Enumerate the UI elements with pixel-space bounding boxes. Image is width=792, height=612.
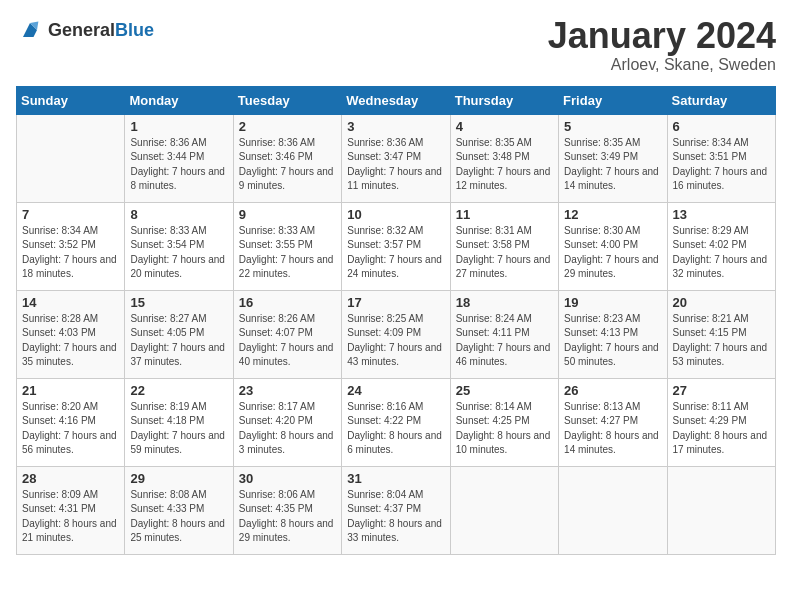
day-number: 21	[22, 383, 119, 398]
day-number: 11	[456, 207, 553, 222]
calendar-day-cell: 13Sunrise: 8:29 AMSunset: 4:02 PMDayligh…	[667, 202, 775, 290]
calendar-title: January 2024	[548, 16, 776, 56]
day-of-week-header: Wednesday	[342, 86, 450, 114]
day-number: 26	[564, 383, 661, 398]
day-info: Sunrise: 8:19 AMSunset: 4:18 PMDaylight:…	[130, 400, 227, 458]
day-info: Sunrise: 8:24 AMSunset: 4:11 PMDaylight:…	[456, 312, 553, 370]
day-of-week-header: Friday	[559, 86, 667, 114]
day-number: 6	[673, 119, 770, 134]
calendar-day-cell: 22Sunrise: 8:19 AMSunset: 4:18 PMDayligh…	[125, 378, 233, 466]
calendar-day-cell: 29Sunrise: 8:08 AMSunset: 4:33 PMDayligh…	[125, 466, 233, 554]
calendar-day-cell: 14Sunrise: 8:28 AMSunset: 4:03 PMDayligh…	[17, 290, 125, 378]
page-header: GeneralBlue January 2024 Arloev, Skane, …	[16, 16, 776, 74]
calendar-day-cell: 11Sunrise: 8:31 AMSunset: 3:58 PMDayligh…	[450, 202, 558, 290]
day-number: 28	[22, 471, 119, 486]
calendar-day-cell	[559, 466, 667, 554]
day-number: 8	[130, 207, 227, 222]
day-info: Sunrise: 8:09 AMSunset: 4:31 PMDaylight:…	[22, 488, 119, 546]
day-number: 30	[239, 471, 336, 486]
day-number: 14	[22, 295, 119, 310]
day-info: Sunrise: 8:30 AMSunset: 4:00 PMDaylight:…	[564, 224, 661, 282]
calendar-day-cell: 21Sunrise: 8:20 AMSunset: 4:16 PMDayligh…	[17, 378, 125, 466]
calendar-week-row: 7Sunrise: 8:34 AMSunset: 3:52 PMDaylight…	[17, 202, 776, 290]
day-number: 2	[239, 119, 336, 134]
day-info: Sunrise: 8:36 AMSunset: 3:47 PMDaylight:…	[347, 136, 444, 194]
logo-text: GeneralBlue	[48, 20, 154, 41]
calendar-day-cell: 30Sunrise: 8:06 AMSunset: 4:35 PMDayligh…	[233, 466, 341, 554]
day-number: 19	[564, 295, 661, 310]
day-info: Sunrise: 8:20 AMSunset: 4:16 PMDaylight:…	[22, 400, 119, 458]
day-of-week-header: Saturday	[667, 86, 775, 114]
calendar-day-cell: 16Sunrise: 8:26 AMSunset: 4:07 PMDayligh…	[233, 290, 341, 378]
day-number: 24	[347, 383, 444, 398]
calendar-day-cell: 9Sunrise: 8:33 AMSunset: 3:55 PMDaylight…	[233, 202, 341, 290]
day-info: Sunrise: 8:31 AMSunset: 3:58 PMDaylight:…	[456, 224, 553, 282]
calendar-day-cell: 12Sunrise: 8:30 AMSunset: 4:00 PMDayligh…	[559, 202, 667, 290]
day-number: 13	[673, 207, 770, 222]
calendar-week-row: 28Sunrise: 8:09 AMSunset: 4:31 PMDayligh…	[17, 466, 776, 554]
calendar-week-row: 1Sunrise: 8:36 AMSunset: 3:44 PMDaylight…	[17, 114, 776, 202]
calendar-day-cell: 15Sunrise: 8:27 AMSunset: 4:05 PMDayligh…	[125, 290, 233, 378]
calendar-day-cell: 3Sunrise: 8:36 AMSunset: 3:47 PMDaylight…	[342, 114, 450, 202]
day-info: Sunrise: 8:34 AMSunset: 3:52 PMDaylight:…	[22, 224, 119, 282]
calendar-day-cell: 23Sunrise: 8:17 AMSunset: 4:20 PMDayligh…	[233, 378, 341, 466]
day-info: Sunrise: 8:27 AMSunset: 4:05 PMDaylight:…	[130, 312, 227, 370]
calendar-day-cell: 28Sunrise: 8:09 AMSunset: 4:31 PMDayligh…	[17, 466, 125, 554]
day-info: Sunrise: 8:32 AMSunset: 3:57 PMDaylight:…	[347, 224, 444, 282]
day-info: Sunrise: 8:29 AMSunset: 4:02 PMDaylight:…	[673, 224, 770, 282]
calendar-day-cell: 8Sunrise: 8:33 AMSunset: 3:54 PMDaylight…	[125, 202, 233, 290]
day-number: 4	[456, 119, 553, 134]
day-of-week-header: Tuesday	[233, 86, 341, 114]
day-info: Sunrise: 8:36 AMSunset: 3:44 PMDaylight:…	[130, 136, 227, 194]
day-info: Sunrise: 8:13 AMSunset: 4:27 PMDaylight:…	[564, 400, 661, 458]
calendar-day-cell	[17, 114, 125, 202]
day-number: 29	[130, 471, 227, 486]
day-info: Sunrise: 8:36 AMSunset: 3:46 PMDaylight:…	[239, 136, 336, 194]
day-info: Sunrise: 8:33 AMSunset: 3:55 PMDaylight:…	[239, 224, 336, 282]
day-info: Sunrise: 8:21 AMSunset: 4:15 PMDaylight:…	[673, 312, 770, 370]
calendar-day-cell: 2Sunrise: 8:36 AMSunset: 3:46 PMDaylight…	[233, 114, 341, 202]
day-number: 12	[564, 207, 661, 222]
day-number: 17	[347, 295, 444, 310]
day-number: 5	[564, 119, 661, 134]
calendar-day-cell: 20Sunrise: 8:21 AMSunset: 4:15 PMDayligh…	[667, 290, 775, 378]
day-info: Sunrise: 8:16 AMSunset: 4:22 PMDaylight:…	[347, 400, 444, 458]
calendar-day-cell: 31Sunrise: 8:04 AMSunset: 4:37 PMDayligh…	[342, 466, 450, 554]
day-info: Sunrise: 8:11 AMSunset: 4:29 PMDaylight:…	[673, 400, 770, 458]
day-info: Sunrise: 8:17 AMSunset: 4:20 PMDaylight:…	[239, 400, 336, 458]
calendar-day-cell	[667, 466, 775, 554]
day-number: 3	[347, 119, 444, 134]
calendar-day-cell: 25Sunrise: 8:14 AMSunset: 4:25 PMDayligh…	[450, 378, 558, 466]
day-info: Sunrise: 8:04 AMSunset: 4:37 PMDaylight:…	[347, 488, 444, 546]
calendar-day-cell: 24Sunrise: 8:16 AMSunset: 4:22 PMDayligh…	[342, 378, 450, 466]
day-number: 9	[239, 207, 336, 222]
calendar-day-cell: 6Sunrise: 8:34 AMSunset: 3:51 PMDaylight…	[667, 114, 775, 202]
calendar-day-cell	[450, 466, 558, 554]
logo-icon	[16, 16, 44, 44]
day-info: Sunrise: 8:14 AMSunset: 4:25 PMDaylight:…	[456, 400, 553, 458]
day-info: Sunrise: 8:26 AMSunset: 4:07 PMDaylight:…	[239, 312, 336, 370]
day-number: 27	[673, 383, 770, 398]
calendar-day-cell: 7Sunrise: 8:34 AMSunset: 3:52 PMDaylight…	[17, 202, 125, 290]
day-number: 23	[239, 383, 336, 398]
calendar-day-cell: 10Sunrise: 8:32 AMSunset: 3:57 PMDayligh…	[342, 202, 450, 290]
day-info: Sunrise: 8:35 AMSunset: 3:49 PMDaylight:…	[564, 136, 661, 194]
day-info: Sunrise: 8:25 AMSunset: 4:09 PMDaylight:…	[347, 312, 444, 370]
calendar-day-cell: 18Sunrise: 8:24 AMSunset: 4:11 PMDayligh…	[450, 290, 558, 378]
calendar-day-cell: 19Sunrise: 8:23 AMSunset: 4:13 PMDayligh…	[559, 290, 667, 378]
day-number: 15	[130, 295, 227, 310]
calendar-header-row: SundayMondayTuesdayWednesdayThursdayFrid…	[17, 86, 776, 114]
day-number: 25	[456, 383, 553, 398]
calendar-week-row: 21Sunrise: 8:20 AMSunset: 4:16 PMDayligh…	[17, 378, 776, 466]
day-number: 20	[673, 295, 770, 310]
calendar-day-cell: 17Sunrise: 8:25 AMSunset: 4:09 PMDayligh…	[342, 290, 450, 378]
day-info: Sunrise: 8:28 AMSunset: 4:03 PMDaylight:…	[22, 312, 119, 370]
day-of-week-header: Sunday	[17, 86, 125, 114]
day-of-week-header: Monday	[125, 86, 233, 114]
calendar-week-row: 14Sunrise: 8:28 AMSunset: 4:03 PMDayligh…	[17, 290, 776, 378]
day-of-week-header: Thursday	[450, 86, 558, 114]
title-block: January 2024 Arloev, Skane, Sweden	[548, 16, 776, 74]
day-info: Sunrise: 8:08 AMSunset: 4:33 PMDaylight:…	[130, 488, 227, 546]
day-info: Sunrise: 8:35 AMSunset: 3:48 PMDaylight:…	[456, 136, 553, 194]
day-number: 10	[347, 207, 444, 222]
